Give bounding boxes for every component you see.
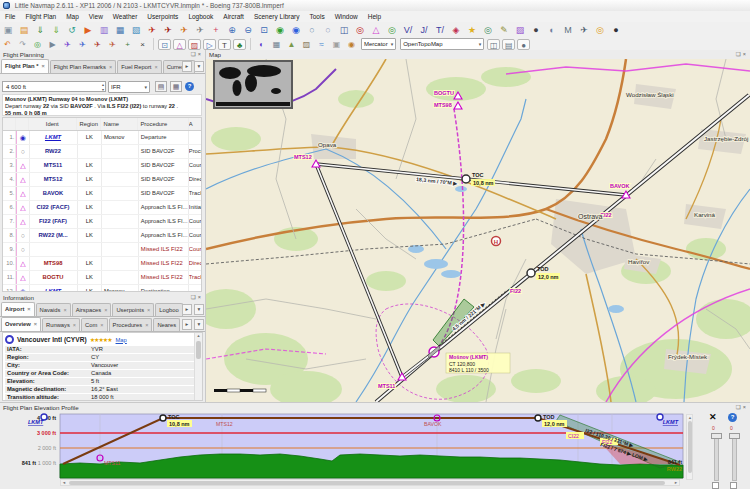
tab-close-icon[interactable]: × <box>147 304 150 316</box>
scroll-up-icon[interactable]: ▲ <box>197 333 201 338</box>
flight-plan-row[interactable]: 8.○RW22 (M...LKApproach ILS FI...Cours <box>3 229 201 243</box>
dock-close-icon[interactable]: × <box>743 404 748 410</box>
slider-checkbox[interactable] <box>730 482 737 489</box>
logbook-aircraft-icon[interactable]: ✈ <box>577 24 591 37</box>
column-header[interactable] <box>3 118 16 130</box>
menu-userpoints[interactable]: Userpoints <box>142 11 183 22</box>
elevation-profile-canvas[interactable]: 4 000 ft 3 000 ft 2 000 ft 1 000 ft <box>0 412 750 480</box>
flight-plan-row[interactable]: 1.◉LKMTLKMosnovDeparture <box>3 131 201 145</box>
overlay-cities-icon[interactable]: ◉ <box>345 39 358 50</box>
tab-userpoints[interactable]: Userpoints× <box>112 303 154 316</box>
slider-handle[interactable] <box>711 433 722 439</box>
map-legend-icon[interactable]: ▤ <box>502 39 515 50</box>
flight-plan-row[interactable]: 2.○RW22SID BAVO2FProce <box>3 145 201 159</box>
scroll-left-icon[interactable]: ◄ <box>62 480 66 485</box>
column-header[interactable]: Name <box>101 118 138 130</box>
flight-plan-row[interactable]: 6.△CI22 (FACF)LKApproach ILS FI...Initia… <box>3 201 201 215</box>
tab-close-icon[interactable]: × <box>73 319 76 331</box>
tab-close-icon[interactable]: × <box>27 303 30 316</box>
profile-zoom-slider-x[interactable] <box>714 433 719 481</box>
save-as-flight-plan-icon[interactable]: ⇓ <box>49 24 63 37</box>
map-canvas[interactable]: TOC 10,8 nm TOD 12,0 nm H MTS11 MTS12 BA… <box>206 59 750 402</box>
dock-close-icon[interactable]: × <box>198 294 203 300</box>
highlight-icon[interactable]: ★ <box>465 24 479 37</box>
theme-daynight-icon[interactable]: ◐ <box>255 39 268 50</box>
adjust-altitude-button[interactable]: ▤ <box>155 81 167 92</box>
aircraft-gray-icon[interactable]: ✈ <box>193 24 207 37</box>
tab-navaids[interactable]: Navaids× <box>36 303 71 316</box>
cruise-altitude-spinbox[interactable]: 4 600 ft ▴▾ <box>2 81 106 92</box>
show-on-map-link[interactable]: Map <box>116 337 127 343</box>
tab-close-icon[interactable]: × <box>42 60 45 73</box>
flight-plan-row[interactable]: 12.◉LKMTLKMosnovDestination <box>3 285 201 292</box>
calendar-button[interactable]: ▦ <box>170 81 182 92</box>
flight-plan-row[interactable]: 10.△MTS98LKMissed ILS FI22Direct <box>3 257 201 271</box>
flight-plan-table[interactable]: IdentRegionNameProcedureA1.◉LKMTLKMosnov… <box>2 117 202 292</box>
center-aircraft-icon[interactable]: ✈ <box>61 39 74 50</box>
profile-zoom-slider-y[interactable] <box>732 433 737 481</box>
scroll-up-icon[interactable]: ▲ <box>688 415 692 420</box>
clear-highlight-icon[interactable]: × <box>136 39 149 50</box>
open-flight-plan-icon[interactable]: ▤ <box>17 24 31 37</box>
victor-airways-toggle-icon[interactable]: V/ <box>401 24 415 37</box>
dock-float-icon[interactable]: ❏ <box>736 51 743 57</box>
slider-checkbox[interactable] <box>712 482 719 489</box>
flight-plan-row[interactable]: 9.○Missed ILS FI22Cours <box>3 243 201 257</box>
flight-plan-row[interactable]: 5.△BAVOKLKSID BAVO2FTrack <box>3 187 201 201</box>
menu-help[interactable]: Help <box>363 11 386 22</box>
flight-rules-select[interactable]: IFR ▾ <box>108 81 150 93</box>
tab-neares[interactable]: Neares <box>153 318 180 331</box>
airports-empty-toggle-icon[interactable]: ○ <box>305 24 319 37</box>
show-labels-icon[interactable]: T <box>218 39 231 50</box>
show-airports-icon[interactable]: ⊡ <box>158 39 171 50</box>
undo-icon[interactable]: ↶ <box>1 39 14 50</box>
wind-levels-icon[interactable]: ▦ <box>113 24 127 37</box>
userpoint-icon[interactable]: ◎ <box>593 24 607 37</box>
menu-file[interactable]: File <box>0 11 20 22</box>
dock-float-icon[interactable]: ❏ <box>736 404 743 410</box>
route-calculation-icon[interactable]: ▶ <box>81 24 95 37</box>
airports-water-toggle-icon[interactable]: ○ <box>321 24 335 37</box>
map-image-icon[interactable]: ◫ <box>487 39 500 50</box>
airspaces-toggle-icon[interactable]: ▨ <box>513 24 527 37</box>
column-header[interactable]: Procedure <box>138 118 188 130</box>
slider-handle[interactable] <box>729 433 740 439</box>
minima-icon[interactable]: M <box>561 24 575 37</box>
chart-icon[interactable]: ▧ <box>129 24 143 37</box>
overlay-terrain-icon[interactable]: ▲ <box>285 39 298 50</box>
show-airspaces-icon[interactable]: ▨ <box>188 39 201 50</box>
tab-com[interactable]: Com× <box>81 318 107 331</box>
tab-list-icon[interactable]: ▾ <box>194 319 204 330</box>
overlay-hillshade-icon[interactable]: ▨ <box>300 39 313 50</box>
tab-flight-plan[interactable]: Flight Plan *× <box>1 59 49 73</box>
tracks-toggle-icon[interactable]: T/ <box>433 24 447 37</box>
measure-line-icon[interactable]: ✎ <box>497 24 511 37</box>
dock-float-icon[interactable]: ❏ <box>191 294 198 300</box>
search-icon[interactable]: ◎ <box>31 39 44 50</box>
scrollbar-thumb[interactable] <box>688 421 692 473</box>
center-aircraft-icon[interactable]: ✈ <box>177 24 191 37</box>
menu-tools[interactable]: Tools <box>304 11 329 22</box>
dock-float-icon[interactable]: ❏ <box>191 51 198 57</box>
save-flight-plan-icon[interactable]: ⇓ <box>33 24 47 37</box>
airports-soft-toggle-icon[interactable]: ◉ <box>289 24 303 37</box>
tab-procedures[interactable]: Procedures× <box>109 318 153 331</box>
map-settings-icon[interactable]: ● <box>517 39 530 50</box>
tab-runways[interactable]: Runways× <box>42 318 80 331</box>
new-flight-plan-icon[interactable]: ▣ <box>1 24 15 37</box>
heliports-toggle-icon[interactable]: ◫ <box>337 24 351 37</box>
overlay-grid-icon[interactable]: ▦ <box>270 39 283 50</box>
ndb-toggle-icon[interactable]: ◎ <box>385 24 399 37</box>
tab-close-icon[interactable]: × <box>109 61 112 73</box>
tab-overview[interactable]: Overview× <box>1 317 41 331</box>
compass-rose-icon[interactable]: ◈ <box>449 24 463 37</box>
reload-icon[interactable]: ↺ <box>65 24 79 37</box>
spin-down-icon[interactable]: ▾ <box>102 87 104 92</box>
overlay-water-icon[interactable]: ≈ <box>315 39 328 50</box>
flight-plan-row[interactable]: 4.△MTS12LKSID BAVO2FDirect <box>3 173 201 187</box>
profile-help-button[interactable]: ? <box>728 413 737 422</box>
range-rings-icon[interactable]: ◎ <box>481 24 495 37</box>
zoom-in-icon[interactable]: ⊕ <box>225 24 239 37</box>
tab-list-icon[interactable]: ▾ <box>194 304 204 315</box>
time-icon[interactable]: ◐ <box>545 24 559 37</box>
